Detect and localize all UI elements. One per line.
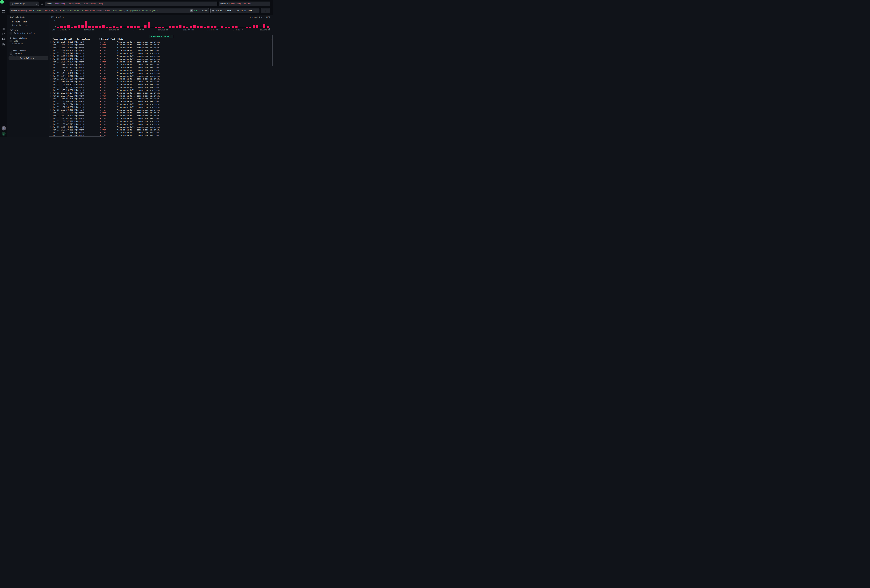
horizontal-scrollbar[interactable] [49,136,104,137]
col-header-body[interactable]: Body [118,38,271,40]
table-row[interactable]: Jun 11 1:52:30.469 PMpaymenterrorVisa ca… [49,109,271,111]
table-row[interactable]: Jun 11 1:53:00.676 PMpaymenterrorVisa ca… [49,100,271,103]
sidebar-mode-results-table[interactable]: Results Table [12,21,27,23]
table-row[interactable]: Jun 11 1:51:31.415 PMpaymenterrorVisa ca… [49,131,271,134]
table-row[interactable]: Jun 11 1:51:47.229 PMpaymenterrorVisa ca… [49,123,271,126]
histogram-bar[interactable] [134,26,136,28]
histogram-bar[interactable] [60,26,63,28]
dashboards-icon[interactable] [2,42,5,46]
table-row[interactable]: Jun 11 1:52:19.473 PMpaymenterrorVisa ca… [49,114,271,117]
histogram-bar[interactable] [102,25,104,28]
table-row[interactable]: Jun 11 1:51:43.121 PMpaymenterrorVisa ca… [49,126,271,128]
histogram-bar[interactable] [99,26,101,28]
histogram-bar[interactable] [85,21,87,28]
histogram-bar[interactable] [235,26,237,28]
filter-option-checkout[interactable]: checkout [10,52,23,55]
table-row[interactable]: Jun 11 1:53:24.274 PMpaymenterrorVisa ca… [49,92,271,94]
table-row[interactable]: Jun 11 1:51:57.712 PMpaymenterrorVisa ca… [49,120,271,123]
col-header-servicename[interactable]: ServiceName [76,38,99,40]
table-row[interactable]: Jun 11 1:52:02.581 PMpaymenterrorVisa ca… [49,117,271,120]
time-range-picker[interactable]: Jun 11 13:41:52 - Jun 11 13:56:52 [210,8,259,13]
filter-checkbox[interactable] [10,52,12,55]
histogram-bar[interactable] [144,25,146,28]
histogram-bar[interactable] [148,22,150,28]
histogram-bar[interactable] [82,25,84,28]
table-row[interactable]: Jun 11 1:55:59.760 PMpaymenterrorVisa ca… [49,55,271,58]
source-settings-button[interactable] [40,1,44,6]
table-row[interactable]: Jun 11 1:52:51.824 PMpaymenterrorVisa ca… [49,103,271,106]
col-header-timestamp[interactable]: Timestamp (Local) [52,38,75,40]
histogram-bar[interactable] [169,26,171,28]
histogram-bar[interactable] [67,25,70,28]
filter-option-info[interactable]: info [10,40,18,42]
table-row[interactable]: Jun 11 1:56:32.843 PMpaymenterrorVisa ca… [49,46,271,49]
histogram-bar[interactable] [64,26,66,28]
histogram-bar[interactable] [267,26,269,28]
source-select[interactable]: Demo Logs [10,1,39,6]
help-button[interactable]: ? [1,126,6,131]
histogram-bar[interactable] [214,26,216,28]
lucene-mode-toggle[interactable]: Lucene [200,10,207,12]
histogram-bar[interactable] [197,26,199,28]
histogram-bar[interactable] [193,25,195,28]
histogram-bar[interactable] [190,26,192,28]
table-row[interactable]: Jun 11 1:55:07.827 PMpaymenterrorVisa ca… [49,66,271,69]
table-row[interactable]: Jun 11 1:54:52.241 PMpaymenterrorVisa ca… [49,69,271,71]
table-row[interactable]: Jun 11 1:53:10.922 PMpaymenterrorVisa ca… [49,94,271,97]
search-logs-icon[interactable] [2,27,5,31]
histogram-bar[interactable] [137,26,140,28]
run-query-button[interactable] [261,8,270,13]
histogram-bar[interactable] [263,24,265,28]
table-row[interactable]: Jun 11 1:55:51.448 PMpaymenterrorVisa ca… [49,58,271,60]
filter-checkbox[interactable] [10,40,12,42]
table-row[interactable]: Jun 11 1:52:25.630 PMpaymenterrorVisa ca… [49,112,271,114]
histogram-bar[interactable] [74,26,77,28]
histogram-bar[interactable] [221,26,223,28]
sidebar-mode-event-patterns[interactable]: Event Patterns [12,24,28,27]
table-row[interactable]: Jun 11 1:52:35.232 PMpaymenterrorVisa ca… [49,106,271,109]
table-row[interactable]: Jun 11 1:53:41.873 PMpaymenterrorVisa ca… [49,86,271,89]
table-row[interactable]: Jun 11 1:54:09.906 PMpaymenterrorVisa ca… [49,80,271,83]
table-row[interactable]: Jun 11 1:54:40.218 PMpaymenterrorVisa ca… [49,74,271,77]
table-row[interactable]: Jun 11 1:54:43.948 PMpaymenterrorVisa ca… [49,72,271,74]
sessions-icon[interactable] [2,37,5,41]
histogram-bar[interactable] [78,25,80,28]
table-row[interactable]: Jun 11 1:53:26.250 PMpaymenterrorVisa ca… [49,89,271,91]
histogram-bar[interactable] [232,26,234,28]
histogram-bar[interactable] [200,26,203,28]
table-row[interactable]: Jun 11 1:55:39.324 PMpaymenterrorVisa ca… [49,60,271,63]
histogram-bar[interactable] [176,26,178,28]
user-avatar[interactable]: U [1,132,6,136]
table-row[interactable]: Jun 11 1:56:03.248 PMpaymenterrorVisa ca… [49,52,271,55]
table-row[interactable]: Jun 11 1:55:16.296 PMpaymenterrorVisa ca… [49,63,271,66]
select-clause-input[interactable]: SELECT Timestamp, ServiceName, SeverityT… [45,1,218,6]
sidebar-toggle-icon[interactable] [2,10,5,13]
order-by-input[interactable]: ORDER BY TimestampTime DESC [219,1,270,6]
histogram-bar[interactable] [207,26,210,28]
table-row[interactable]: Jun 11 1:54:26.230 PMpaymenterrorVisa ca… [49,77,271,80]
table-row[interactable]: Jun 11 1:51:39.115 PMpaymenterrorVisa ca… [49,128,271,131]
histogram-bar[interactable] [88,26,91,28]
histogram-bar[interactable] [172,26,174,28]
histogram-bar[interactable] [179,25,182,28]
histogram-bar[interactable] [92,26,94,28]
table-row[interactable]: Jun 11 1:53:05.578 PMpaymenterrorVisa ca… [49,97,271,100]
more-filters-button[interactable]: More filters [9,57,48,60]
histogram-bar[interactable] [127,26,129,28]
histogram-bar[interactable] [256,25,258,28]
histogram-bar[interactable] [120,26,122,28]
table-row[interactable]: Jun 11 1:56:42.995 PMpaymenterrorVisa ca… [49,40,271,43]
table-row[interactable]: Jun 11 1:54:06.953 PMpaymenterrorVisa ca… [49,83,271,86]
histogram-bar[interactable] [183,26,185,28]
vertical-scrollbar[interactable] [272,35,273,66]
histogram-bar[interactable] [211,26,213,28]
col-header-severitytext[interactable]: SeverityText [100,38,116,40]
table-row[interactable]: Jun 11 1:56:08.948 PMpaymenterrorVisa ca… [49,49,271,52]
histogram-bar[interactable] [253,25,255,28]
chart-explorer-icon[interactable] [2,32,5,36]
app-logo-icon[interactable] [0,0,4,4]
table-row[interactable]: Jun 11 1:56:38.534 PMpaymenterrorVisa ca… [49,43,271,46]
histogram-bar[interactable] [113,26,115,28]
histogram-bar[interactable] [95,26,98,28]
denoise-checkbox[interactable] [10,32,12,34]
